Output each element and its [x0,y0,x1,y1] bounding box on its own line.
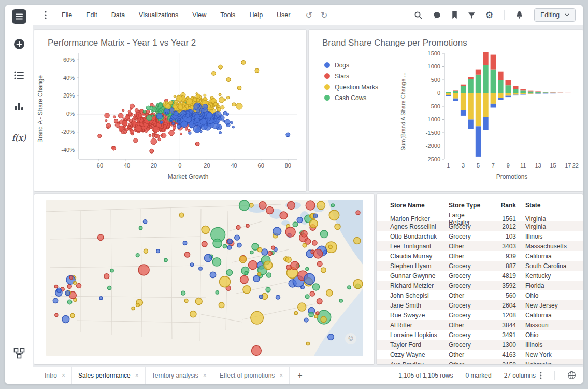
sidebar-item-calculations[interactable]: f(x) [10,130,28,145]
table-row[interactable]: Ozzy WayneOther4163New York [377,350,583,359]
status-kebab-icon[interactable] [540,372,542,379]
bar-title: Brand Share Change per Promotions [322,38,583,48]
bookmarks-icon[interactable] [451,11,458,19]
table-cell: South Carolina [516,262,583,270]
table-row[interactable]: John SchepisiOther560Ohio [377,290,583,300]
add-visualization-button[interactable] [10,36,28,52]
svg-text:20%: 20% [63,92,75,99]
table-cell: Lorraine Hopkins [390,331,449,339]
tab-close-icon[interactable]: × [279,372,283,379]
kebab-menu-icon[interactable] [45,11,47,19]
search-icon[interactable] [414,11,423,20]
table-cell: Stephen Hyam [390,262,449,270]
table-cell: 103 [486,233,516,240]
table-cell: Grocery [449,272,486,280]
editing-mode-label: Editing [540,11,560,19]
svg-text:1000: 1000 [428,63,440,70]
table-row[interactable]: Richard MetzlerGrocery3592Florida [377,281,583,290]
svg-text:5: 5 [477,162,480,169]
globe-icon[interactable] [567,371,576,380]
sidebar-item-data[interactable] [10,67,28,83]
table-row[interactable]: Marlon FrickerLarge Retailer1561Virginia [377,212,583,221]
sidebar-item-visualizations[interactable] [10,99,28,114]
svg-text:-1500: -1500 [426,130,440,136]
table-row[interactable]: Ava BradleyOther3158Nebraska [377,359,583,364]
table-row[interactable]: Agnes RosselliniGrocery2012Virginia [377,221,583,231]
add-page-button[interactable]: + [290,371,310,380]
table-cell: Florida [516,282,583,289]
column-count-status: 27 columns [504,372,536,379]
table-row[interactable]: Lee TrintignantOther3403Massachusetts [377,241,583,251]
svg-text:40: 40 [231,162,237,169]
menu-item-edit[interactable]: Edit [86,11,97,19]
table-cell: Grocery [449,312,486,319]
comments-icon[interactable] [433,11,441,19]
app-window: f(x) FileEditDataVisualizationsViewTools… [5,5,583,384]
svg-text:80: 80 [285,162,291,169]
svg-text:0%: 0% [66,110,75,117]
tab-intro[interactable]: Intro× [38,367,72,384]
svg-text:22: 22 [572,162,579,169]
table-row[interactable]: Otto BondarchukGrocery103Illinois [377,231,583,241]
table-cell: Grocery [449,331,486,339]
menu-bar: FileEditDataVisualizationsViewToolsHelpU… [62,11,291,19]
bar-chart[interactable]: 150010005000-500-1000-1500-2000-25001357… [309,49,583,190]
svg-text:-60: -60 [95,162,103,169]
table-row[interactable]: Jane SmithGrocery2604New Jersey [377,300,583,310]
menu-item-user[interactable]: User [277,11,290,19]
tab-close-icon[interactable]: × [135,372,139,379]
column-header-store-type[interactable]: Store Type [449,202,486,209]
table-cell: Nebraska [516,361,583,365]
us-map[interactable] [46,200,363,356]
notifications-bell-icon[interactable] [515,11,523,19]
menu-item-visualizations[interactable]: Visualizations [139,11,178,19]
column-header-state[interactable]: State [516,202,583,209]
scatter-plot[interactable]: 60%40%20%0%-20%-40%-60-40-20020406080Mar… [34,49,306,190]
table-cell: Otto Bondarchuk [390,233,449,240]
map-attribution[interactable]: © [345,333,356,344]
editing-mode-dropdown[interactable]: Editing [534,8,576,22]
table-row[interactable]: Al RitterOther3844Missouri [377,320,583,330]
table-cell: 560 [486,292,516,299]
table-cell: 1208 [486,312,516,319]
svg-text:1: 1 [447,162,450,169]
menu-item-file[interactable]: File [62,11,72,19]
table-cell: Grocery [449,223,486,230]
table-row[interactable]: Gunnar GwynneGrocery4819Kentucky [377,271,583,281]
settings-gear-icon[interactable]: ⚙ [485,11,493,20]
menu-item-view[interactable]: View [192,11,206,19]
svg-text:-40: -40 [122,162,130,169]
tab-effect-of-promotions[interactable]: Effect of promotions× [213,367,290,384]
table-cell: Grocery [449,302,486,309]
undo-icon[interactable]: ↺ [306,10,312,20]
table-cell: Other [449,253,486,260]
tab-territory-analysis[interactable]: Territory analysis× [146,367,213,384]
table-cell: 2012 [486,223,516,230]
svg-text:-2500: -2500 [426,156,440,162]
svg-text:17: 17 [565,162,571,169]
svg-text:1500: 1500 [428,50,440,57]
tab-sales-performance[interactable]: Sales performance× [72,367,146,384]
filters-icon[interactable] [468,11,476,19]
sidebar-item-data-canvas[interactable] [10,345,28,361]
table-row[interactable]: Stephen HyamGrocery887South Carolina [377,261,583,271]
tab-close-icon[interactable]: × [203,372,207,379]
svg-text:9: 9 [507,162,510,169]
divider [504,10,505,20]
table-row[interactable]: Lorraine HopkinsGrocery3491Ohio [377,330,583,340]
table-row[interactable]: Rue SwayzeGrocery1208California [377,310,583,320]
app-menu-logo[interactable] [12,9,26,24]
scatter-panel: Performance Matrix - Year 1 vs Year 2 60… [34,30,306,191]
column-header-rank[interactable]: Rank [486,202,516,209]
menu-item-help[interactable]: Help [249,11,263,19]
table-row[interactable]: Taylor FordGrocery1300Illinois [377,340,583,350]
tab-close-icon[interactable]: × [62,372,65,379]
redo-icon[interactable]: ↻ [321,10,327,20]
menu-item-tools[interactable]: Tools [220,11,235,19]
table-row[interactable]: Claudia MurrayOther939California [377,251,583,261]
chevron-down-icon [565,13,569,17]
column-header-store-name[interactable]: Store Name [390,202,449,209]
menu-item-data[interactable]: Data [111,11,125,19]
fx-icon: f(x) [12,133,26,143]
table-cell: 3592 [486,282,516,289]
